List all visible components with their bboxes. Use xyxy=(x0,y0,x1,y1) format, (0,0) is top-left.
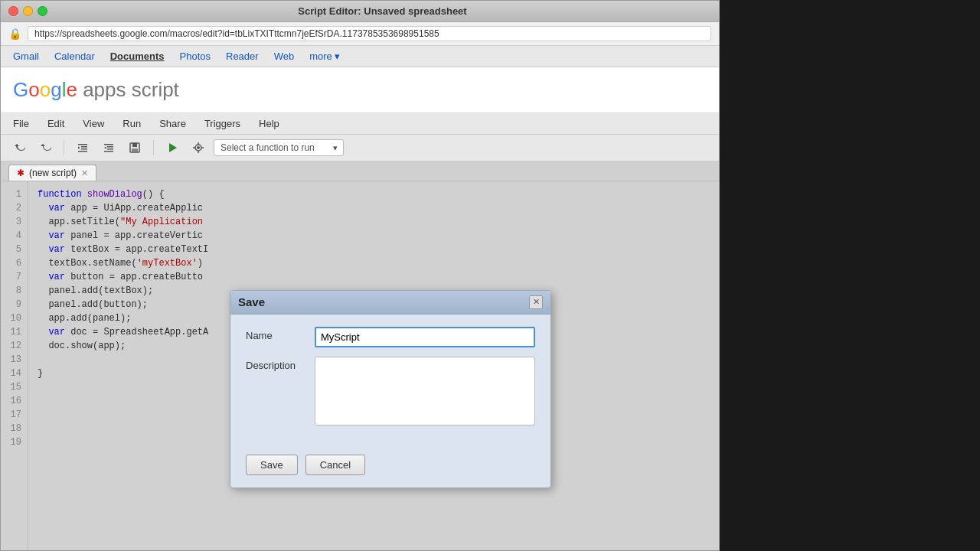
app-title: Google apps script xyxy=(13,78,707,102)
menu-file[interactable]: File xyxy=(13,116,29,131)
svg-marker-4 xyxy=(78,147,80,149)
window-title: Script Editor: Unsaved spreadsheet xyxy=(54,5,711,17)
tabs-bar: ✱ (new script) ✕ xyxy=(1,161,719,181)
name-label: Name xyxy=(246,327,307,341)
menu-run[interactable]: Run xyxy=(122,116,141,131)
lock-icon: 🔒 xyxy=(8,28,21,40)
svg-rect-0 xyxy=(78,144,87,145)
menu-view[interactable]: View xyxy=(83,116,104,131)
tab-modified-indicator: ✱ xyxy=(17,168,24,178)
app-subtitle: apps script xyxy=(83,78,179,101)
nav-bar: Gmail Calendar Documents Photos Reader W… xyxy=(1,46,719,67)
google-logo: Google xyxy=(13,78,83,101)
modal-close-button[interactable]: ✕ xyxy=(529,295,543,309)
modal-cancel-button[interactable]: Cancel xyxy=(305,455,365,475)
close-button[interactable] xyxy=(8,6,18,16)
save-dialog: Save ✕ Name Description Save Cancel xyxy=(230,290,551,488)
menu-help[interactable]: Help xyxy=(259,116,279,131)
toolbar: Select a function to run xyxy=(1,135,719,161)
modal-overlay: Save ✕ Name Description Save Cancel xyxy=(1,181,719,550)
run-button[interactable] xyxy=(162,139,183,157)
description-label: Description xyxy=(246,357,307,371)
svg-marker-13 xyxy=(169,143,177,152)
traffic-lights xyxy=(8,6,47,16)
nav-documents[interactable]: Documents xyxy=(110,51,165,62)
svg-rect-12 xyxy=(132,148,138,152)
description-textarea[interactable] xyxy=(315,357,535,425)
nav-reader[interactable]: Reader xyxy=(226,51,259,62)
menu-triggers[interactable]: Triggers xyxy=(204,116,240,131)
address-bar: 🔒 https://spreadsheets.google.com/macros… xyxy=(1,22,719,46)
modal-header: Save ✕ xyxy=(230,291,550,315)
menu-bar: File Edit View Run Share Triggers Help xyxy=(1,113,719,135)
name-row: Name xyxy=(246,327,535,347)
address-input[interactable]: https://spreadsheets.google.com/macros/e… xyxy=(28,26,711,41)
undo-button[interactable] xyxy=(8,139,30,157)
menu-share[interactable]: Share xyxy=(159,116,186,131)
nav-photos[interactable]: Photos xyxy=(180,51,211,62)
function-select-wrapper[interactable]: Select a function to run xyxy=(214,139,344,156)
svg-rect-3 xyxy=(78,151,87,152)
modal-save-button[interactable]: Save xyxy=(246,455,298,475)
svg-rect-11 xyxy=(132,143,137,147)
description-row: Description xyxy=(246,357,535,425)
menu-edit[interactable]: Edit xyxy=(47,116,64,131)
modal-footer: Save Cancel xyxy=(230,447,550,487)
tab-new-script[interactable]: ✱ (new script) ✕ xyxy=(8,165,96,181)
function-select[interactable]: Select a function to run xyxy=(214,139,344,156)
svg-point-15 xyxy=(197,146,200,149)
tab-label: (new script) xyxy=(29,168,77,178)
name-input[interactable] xyxy=(315,327,535,347)
minimize-button[interactable] xyxy=(23,6,33,16)
editor-area: 1 2 3 4 5 6 7 8 9 10 11 12 13 14 15 16 1… xyxy=(1,181,719,550)
svg-rect-8 xyxy=(104,151,113,152)
toolbar-separator-1 xyxy=(64,140,64,155)
app-header: Google apps script xyxy=(1,67,719,113)
modal-title: Save xyxy=(238,295,265,308)
svg-rect-1 xyxy=(81,146,87,148)
tab-close-button[interactable]: ✕ xyxy=(81,168,88,178)
debug-button[interactable] xyxy=(188,139,209,157)
nav-web[interactable]: Web xyxy=(274,51,295,62)
toolbar-separator-2 xyxy=(153,140,154,155)
title-bar: Script Editor: Unsaved spreadsheet xyxy=(1,1,719,22)
nav-gmail[interactable]: Gmail xyxy=(13,51,39,62)
nav-more[interactable]: more ▾ xyxy=(309,51,340,62)
svg-rect-6 xyxy=(107,146,113,148)
outdent-button[interactable] xyxy=(98,139,119,157)
redo-button[interactable] xyxy=(34,139,56,157)
indent-button[interactable] xyxy=(72,139,93,157)
save-button[interactable] xyxy=(124,139,145,157)
svg-marker-9 xyxy=(104,147,106,149)
nav-calendar[interactable]: Calendar xyxy=(54,51,95,62)
svg-rect-7 xyxy=(107,148,113,150)
svg-rect-2 xyxy=(81,148,87,150)
modal-body: Name Description xyxy=(230,315,550,447)
maximize-button[interactable] xyxy=(38,6,47,16)
svg-rect-5 xyxy=(104,144,113,145)
